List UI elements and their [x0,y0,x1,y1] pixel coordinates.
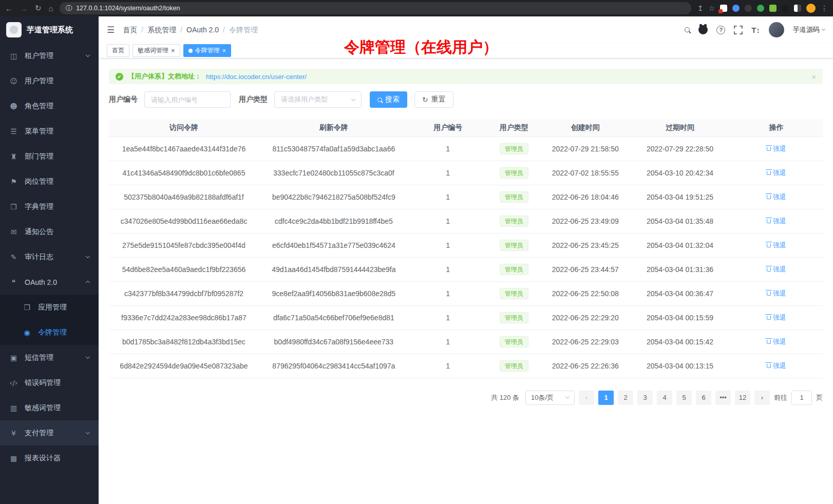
sidebar-item-dict[interactable]: ❐ 字典管理 [0,194,99,219]
doc-link[interactable]: https://doc.iocoder.cn/user-center/ [206,73,307,81]
force-logout-button[interactable]: 强退 [767,168,786,178]
user-menu[interactable]: 芋道源码 [793,25,825,34]
goto-label: 前往 [774,393,787,402]
fullscreen-icon[interactable] [734,26,743,34]
force-logout-button[interactable]: 强退 [767,289,786,298]
help-icon[interactable]: ? [716,26,725,34]
access-token-cell: 1ea5e44f8bc1467aaede43144f31de76 [109,137,259,161]
more-pages-button[interactable]: ••• [715,391,731,405]
sidebar-item-notice[interactable]: ✉ 通知公告 [0,219,99,244]
next-page-button[interactable]: › [754,391,770,405]
browser-profile-avatar[interactable] [806,4,816,13]
page-button-2[interactable]: 2 [618,391,633,405]
force-logout-label: 强退 [773,361,786,371]
page-button-1[interactable]: 1 [598,391,614,405]
forward-icon[interactable]: → [20,4,28,13]
refresh-icon: ↻ [422,95,428,104]
extension-icon-1[interactable] [720,5,727,12]
select-placeholder: 请选择用户类型 [281,95,328,104]
breadcrumb-home[interactable]: 首页 [123,26,147,34]
close-icon[interactable]: × [222,47,226,54]
page-button-4[interactable]: 4 [657,391,672,405]
user-id-input[interactable] [144,91,231,108]
annotation-text: 令牌管理（在线用户） [344,37,498,58]
actions-cell: 强退 [730,185,823,209]
user-type-select[interactable]: 请选择用户类型 [274,91,362,108]
extensions-puzzle-icon[interactable] [769,5,777,12]
sidebar-item-dept[interactable]: ♜ 部门管理 [0,144,99,169]
extension-icon-6[interactable] [794,5,801,12]
force-logout-button[interactable]: 强退 [767,241,786,250]
tab-token[interactable]: 令牌管理 × [183,44,232,57]
sidebar-item-error-code[interactable]: ‹/› 错误码管理 [0,370,99,395]
search-icon[interactable] [685,27,690,32]
force-logout-button[interactable]: 强退 [767,217,786,226]
site-info-icon[interactable]: ⓘ [66,4,72,13]
sidebar-item-tenant[interactable]: ◫ 租户管理 [0,43,99,68]
sidebar-item-sensitive-word[interactable]: ▥ 敏感词管理 [0,395,99,420]
sidebar-item-oauth2-app[interactable]: ❒ 应用管理 [0,295,99,320]
tab-home[interactable]: 首页 [107,44,129,57]
sidebar-item-pay[interactable]: ¥ 支付管理 [0,420,99,445]
org-tree-icon: ♜ [9,152,18,161]
user-avatar[interactable] [769,22,784,37]
tab-sensitive-word[interactable]: 敏感词管理 × [132,44,180,57]
force-logout-button[interactable]: 强退 [767,192,786,202]
share-icon[interactable]: ↥ [697,4,704,12]
extension-icon-5[interactable] [782,5,789,12]
delete-icon [767,340,771,344]
sidebar-item-role[interactable]: ☻ 角色管理 [0,93,99,119]
sidebar-item-menu[interactable]: ☰ 菜单管理 [0,119,99,144]
sidebar-item-label: 应用管理 [38,303,67,312]
sidebar-item-label: 通知公告 [25,227,53,237]
close-icon[interactable]: × [171,47,175,54]
table-header-row: 访问令牌 刷新令牌 用户编号 用户类型 创建时间 过期时间 操作 [109,119,823,137]
sidebar-item-oauth2[interactable]: ❝ OAuth 2.0 [0,269,99,295]
search-button[interactable]: 搜索 [370,91,407,108]
sidebar-item-sms[interactable]: ▣ 短信管理 [0,345,99,370]
force-logout-button[interactable]: 强退 [767,265,786,274]
home-icon[interactable]: ⌂ [49,4,53,13]
page-size-select[interactable]: 10条/页 [525,391,575,405]
extension-icon-3[interactable] [745,5,752,12]
breadcrumb-oauth2[interactable]: OAuth 2.0 [186,26,229,34]
report-grid-icon: ▦ [9,454,18,462]
force-logout-button[interactable]: 强退 [767,144,786,153]
delete-icon [767,316,771,320]
force-logout-button[interactable]: 强退 [767,313,786,322]
app-logo[interactable]: 芋道管理系统 [0,16,99,43]
sidebar-item-user[interactable]: ☺ 用户管理 [0,68,99,93]
reset-button[interactable]: ↻ 重置 [414,91,453,108]
browser-menu-icon[interactable]: ⋮ [821,4,828,12]
goto-page-input[interactable] [791,391,812,405]
sidebar-toggle-icon[interactable]: ☰ [107,25,115,35]
user-id-cell: 1 [409,305,487,329]
reload-icon[interactable]: ↻ [35,4,42,13]
page-button-6[interactable]: 6 [696,391,711,405]
expire-time-cell: 2054-03-10 20:42:34 [630,161,730,185]
page-button-3[interactable]: 3 [637,391,653,405]
alert-close-icon[interactable]: × [811,72,816,81]
back-icon[interactable]: ← [5,4,13,13]
sidebar-item-post[interactable]: ⚑ 岗位管理 [0,169,99,194]
force-logout-button[interactable]: 强退 [767,361,786,371]
page-button-5[interactable]: 5 [676,391,692,405]
breadcrumb-system[interactable]: 系统管理 [147,26,186,34]
sidebar-item-oauth2-token[interactable]: ◉ 令牌管理 [0,320,99,345]
sidebar-item-report-designer[interactable]: ▦ 报表设计器 [0,445,99,471]
bookmark-star-icon[interactable]: ☆ [708,4,715,12]
font-size-icon[interactable]: T↕ [751,26,760,34]
sidebar-item-audit-log[interactable]: ✎ 审计日志 [0,244,99,269]
extension-icon-2[interactable] [732,5,740,12]
page-button-last[interactable]: 12 [735,391,750,405]
address-bar[interactable]: ⓘ 127.0.0.1:1024/system/oauth2/token [60,2,691,14]
prev-page-button[interactable]: ‹ [579,391,594,405]
reset-button-label: 重置 [431,95,446,104]
force-logout-button[interactable]: 强退 [767,337,786,346]
breadcrumb: 首页系统管理OAuth 2.0令牌管理 [123,25,258,35]
github-icon[interactable] [698,25,708,34]
extension-icon-4[interactable] [757,5,764,12]
table-row: 41c41346a548490f9dc8b01c6bfe0865 333ecfc… [109,161,823,185]
menu-list-icon: ☰ [9,127,18,135]
created-time-cell: 2022-06-25 23:49:09 [541,209,630,233]
